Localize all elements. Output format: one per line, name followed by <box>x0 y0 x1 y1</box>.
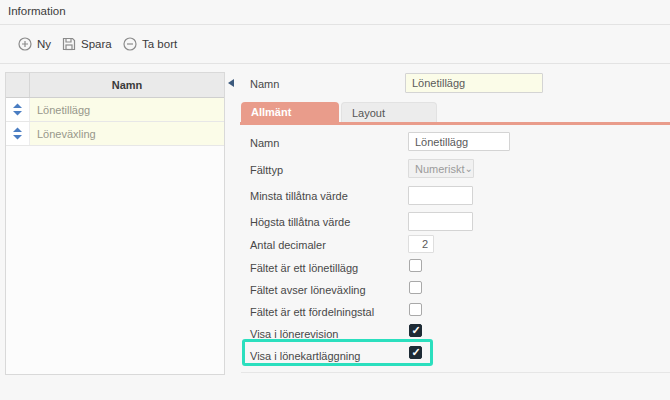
move-updown-icon[interactable] <box>6 98 30 121</box>
form-bottom-divider <box>241 372 670 373</box>
new-button-label: Ny <box>37 38 51 50</box>
falttyp-select-value: Numeriskt <box>415 163 465 175</box>
namn-input[interactable] <box>408 132 510 151</box>
field-label-fordelningstal: Fältet är ett fördelningstal <box>250 306 374 318</box>
new-button[interactable]: Ny <box>18 36 51 52</box>
list-item-label[interactable]: Löneväxling <box>30 122 224 145</box>
save-button[interactable]: Spara <box>62 36 112 52</box>
page-title: Information <box>8 5 66 17</box>
fordelningstal-checkbox[interactable] <box>409 303 422 316</box>
toolbar-divider <box>0 63 670 64</box>
ar-lonetillagg-checkbox[interactable] <box>409 259 422 272</box>
field-label-antal-decimaler: Antal decimaler <box>250 239 326 251</box>
save-icon <box>62 37 76 51</box>
information-window: Information Ny Spara Ta bort Namn Löneti… <box>0 0 670 400</box>
field-label-hogsta: Högsta tillåtna värde <box>250 216 350 228</box>
plus-circle-icon <box>18 37 32 51</box>
hogsta-varde-input[interactable] <box>408 212 473 231</box>
antal-decimaler-input[interactable] <box>408 235 434 253</box>
field-label-visa-lonerevision: Visa i lönerevision <box>250 328 338 340</box>
tab-allmant[interactable]: Allmänt <box>241 102 339 122</box>
field-label-falttyp: Fälttyp <box>250 164 283 176</box>
collapse-panel-icon[interactable] <box>228 79 234 87</box>
title-divider <box>0 24 670 25</box>
list-header-namn: Namn <box>30 73 224 97</box>
list-header-row: Namn <box>6 73 224 98</box>
tab-underline <box>240 122 670 125</box>
field-label-namn: Namn <box>250 137 279 149</box>
delete-button[interactable]: Ta bort <box>123 36 177 52</box>
field-label-avser-lonevaxling: Fältet avser löneväxling <box>250 284 366 296</box>
minsta-varde-input[interactable] <box>408 186 473 205</box>
visa-lonerevision-checkbox[interactable] <box>409 324 422 337</box>
list-item-label[interactable]: Lönetillägg <box>30 98 224 121</box>
chevron-down-icon: ⌄ <box>465 163 473 174</box>
tab-layout[interactable]: Layout <box>341 102 437 122</box>
delete-button-label: Ta bort <box>142 38 177 50</box>
detail-name-input[interactable] <box>405 73 543 93</box>
list-item-lonetillagg[interactable]: Lönetillägg <box>6 98 224 122</box>
visa-lonekartlaggning-checkbox[interactable] <box>409 346 422 359</box>
minus-circle-icon <box>123 37 137 51</box>
fields-list-panel: Namn Lönetillägg Löneväxling <box>5 72 225 375</box>
move-updown-icon[interactable] <box>6 122 30 145</box>
field-label-minsta: Minsta tillåtna värde <box>250 190 348 202</box>
field-label-ar-lonetillagg: Fältet är ett lönetillägg <box>250 262 358 274</box>
list-item-lonevaxling[interactable]: Löneväxling <box>6 122 224 146</box>
list-header-icon-column <box>6 73 30 97</box>
avser-lonevaxling-checkbox[interactable] <box>409 281 422 294</box>
save-button-label: Spara <box>81 38 112 50</box>
field-label-visa-lonekartlaggning: Visa i lönekartläggning <box>250 350 360 362</box>
detail-name-label: Namn <box>250 78 279 90</box>
falttyp-select[interactable]: Numeriskt ⌄ <box>408 159 474 178</box>
